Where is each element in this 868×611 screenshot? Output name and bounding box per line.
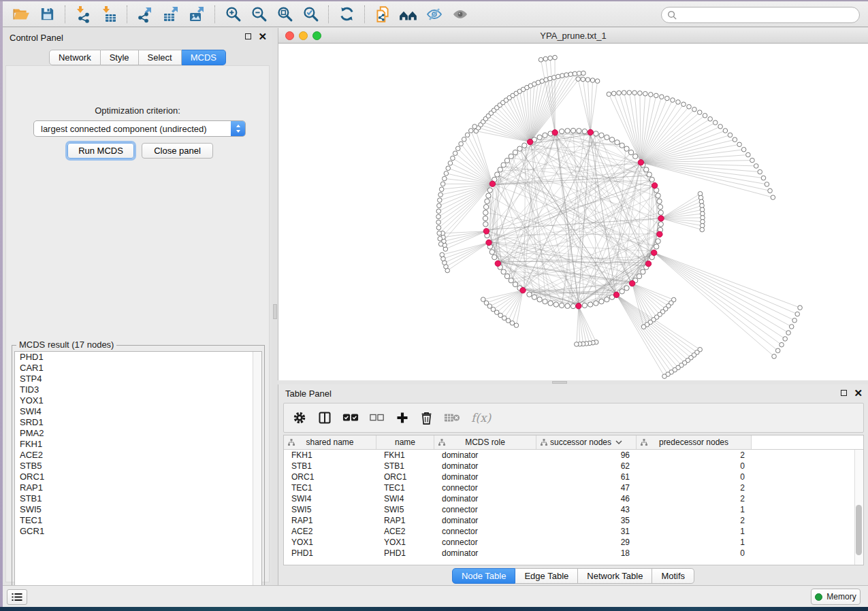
network-node[interactable] xyxy=(733,137,737,142)
network-node[interactable] xyxy=(588,302,592,307)
mcds-node[interactable] xyxy=(652,182,657,188)
mcds-result-item[interactable]: SWI4 xyxy=(15,406,261,417)
table-scrollbar[interactable] xyxy=(854,450,863,565)
network-node[interactable] xyxy=(537,135,542,139)
tab-edge-table[interactable]: Edge Table xyxy=(515,568,578,584)
export-image-icon[interactable] xyxy=(184,3,210,25)
network-node[interactable] xyxy=(703,114,707,118)
mcds-node[interactable] xyxy=(638,160,643,165)
mcds-result-item[interactable]: STB1 xyxy=(15,493,261,504)
network-node[interactable] xyxy=(570,303,575,308)
column-header-predecessor-nodes[interactable]: predecessor nodes xyxy=(637,435,752,449)
network-node[interactable] xyxy=(641,325,646,329)
network-node[interactable] xyxy=(522,143,527,148)
network-node[interactable] xyxy=(575,342,579,347)
network-node[interactable] xyxy=(795,312,800,316)
network-node[interactable] xyxy=(483,222,488,227)
network-node[interactable] xyxy=(620,289,624,294)
table-row[interactable]: YOX1YOX1connector291 xyxy=(284,537,863,548)
network-node[interactable] xyxy=(647,172,652,177)
close-panel-icon[interactable]: ✕ xyxy=(854,389,863,397)
network-node[interactable] xyxy=(768,188,773,193)
mcds-node[interactable] xyxy=(652,250,657,255)
delete-table-icon[interactable] xyxy=(444,406,460,429)
network-node[interactable] xyxy=(713,120,718,125)
search-box[interactable] xyxy=(661,7,860,23)
mcds-result-item[interactable]: RAP1 xyxy=(15,482,261,493)
network-node[interactable] xyxy=(624,146,629,151)
network-node[interactable] xyxy=(581,77,585,82)
network-node[interactable] xyxy=(501,163,506,167)
mcds-node[interactable] xyxy=(613,292,619,297)
select-all-icon[interactable] xyxy=(342,406,359,429)
mcds-node[interactable] xyxy=(588,129,593,135)
scrollbar-thumb[interactable] xyxy=(856,505,862,555)
network-node[interactable] xyxy=(543,299,547,303)
network-node[interactable] xyxy=(633,154,638,159)
network-node[interactable] xyxy=(472,125,477,129)
network-node[interactable] xyxy=(560,73,565,78)
network-node[interactable] xyxy=(607,92,611,97)
network-node[interactable] xyxy=(438,236,443,241)
network-node[interactable] xyxy=(728,133,733,137)
network-node[interactable] xyxy=(658,210,663,215)
network-node[interactable] xyxy=(594,301,598,306)
mcds-result-item[interactable]: PHD1 xyxy=(15,352,261,363)
network-node[interactable] xyxy=(513,150,517,154)
network-node[interactable] xyxy=(671,98,675,103)
network-node[interactable] xyxy=(438,193,443,197)
delete-column-icon[interactable] xyxy=(420,406,433,429)
network-node[interactable] xyxy=(622,90,626,95)
network-node[interactable] xyxy=(483,204,488,209)
network-node[interactable] xyxy=(446,166,451,171)
network-graph[interactable] xyxy=(278,44,868,380)
table-row[interactable]: RAP1RAP1dominator352 xyxy=(284,515,863,526)
network-node[interactable] xyxy=(609,137,614,142)
network-node[interactable] xyxy=(459,142,464,146)
network-node[interactable] xyxy=(483,210,488,215)
network-node[interactable] xyxy=(438,198,443,203)
mcds-node[interactable] xyxy=(486,240,492,245)
network-node[interactable] xyxy=(644,167,649,172)
column-header-shared-name[interactable]: shared name xyxy=(284,435,376,449)
column-header-MCDS-role[interactable]: MCDS role xyxy=(434,435,536,449)
tab-network[interactable]: Network xyxy=(49,50,101,65)
network-node[interactable] xyxy=(643,91,648,96)
network-node[interactable] xyxy=(754,164,758,169)
network-node[interactable] xyxy=(582,303,587,308)
mcds-result-item[interactable]: FKH1 xyxy=(15,439,261,450)
network-node[interactable] xyxy=(436,220,441,225)
zoom-fit-icon[interactable] xyxy=(272,3,298,25)
network-node[interactable] xyxy=(510,321,515,326)
network-node[interactable] xyxy=(548,301,553,306)
tab-mcds[interactable]: MCDS xyxy=(182,50,226,65)
mcds-result-item[interactable]: TEC1 xyxy=(15,515,261,526)
network-node[interactable] xyxy=(513,282,517,286)
memory-button[interactable]: Memory xyxy=(811,589,861,605)
network-node[interactable] xyxy=(495,172,500,177)
network-node[interactable] xyxy=(448,161,453,165)
network-node[interactable] xyxy=(615,140,620,145)
open-file-icon[interactable] xyxy=(8,3,34,25)
network-node[interactable] xyxy=(517,146,522,151)
splitter-grip[interactable] xyxy=(273,304,277,319)
zoom-in-icon[interactable] xyxy=(220,3,246,25)
mcds-node[interactable] xyxy=(629,280,634,286)
network-node[interactable] xyxy=(792,318,797,323)
network-node[interactable] xyxy=(498,167,502,172)
network-node[interactable] xyxy=(553,55,558,60)
mcds-node[interactable] xyxy=(576,303,581,309)
network-node[interactable] xyxy=(761,176,766,180)
export-table-icon[interactable] xyxy=(158,3,184,25)
first-neighbors-icon[interactable] xyxy=(396,3,421,25)
mcds-node[interactable] xyxy=(658,216,664,221)
network-node[interactable] xyxy=(624,286,629,291)
network-node[interactable] xyxy=(468,129,473,133)
network-node[interactable] xyxy=(783,337,788,342)
network-node[interactable] xyxy=(509,278,513,283)
hide-selected-icon[interactable] xyxy=(421,3,447,25)
network-node[interactable] xyxy=(708,117,713,122)
network-node[interactable] xyxy=(798,306,803,310)
network-node[interactable] xyxy=(658,204,662,209)
network-node[interactable] xyxy=(543,133,547,137)
